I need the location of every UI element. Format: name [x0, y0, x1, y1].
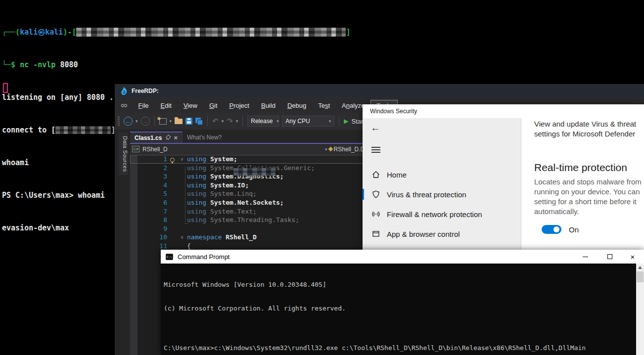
save-icon[interactable]	[185, 118, 192, 125]
prompt-frame: ┌──(	[2, 27, 20, 38]
freerdp-titlebar[interactable]: FreeRDP:	[115, 84, 644, 98]
screen: ┌──(kali㉿kali)-[] └─$ nc -nvlp 8080 list…	[0, 0, 644, 355]
app-window-icon	[371, 229, 380, 238]
command-prompt-titlebar[interactable]: C:\ Command Prompt ×	[161, 250, 644, 264]
realtime-protection-toggle[interactable]	[542, 225, 561, 234]
sidebar-item-home[interactable]: Home	[363, 165, 521, 184]
chevron-down-icon: ▾	[329, 119, 331, 124]
command-prompt-title: Command Prompt	[178, 253, 230, 261]
windows-security-titlebar[interactable]: Windows Security	[363, 104, 644, 118]
toggle-state-label: On	[569, 225, 579, 234]
undo-icon[interactable]: ↶	[212, 117, 219, 126]
lightbulb-icon[interactable]	[170, 158, 175, 162]
redo-caret-icon[interactable]: ▾	[236, 119, 238, 124]
redacted-host	[233, 168, 276, 176]
sidebar-item-virus-threat-protection[interactable]: Virus & threat protection	[363, 184, 521, 204]
start-debug-icon[interactable]: ▶	[344, 118, 348, 125]
scroll-up-icon[interactable]	[638, 266, 642, 269]
new-project-caret-icon[interactable]: ▾	[170, 119, 172, 124]
configuration-dropdown[interactable]: Release▾	[247, 116, 279, 127]
csharp-project-icon: C#	[132, 146, 139, 152]
platform-dropdown[interactable]: Any CPU▾	[282, 116, 334, 127]
redo-icon[interactable]: ↷	[227, 117, 233, 126]
scrollbar[interactable]	[636, 264, 644, 355]
scrollbar-thumb[interactable]	[637, 271, 644, 282]
menu-file[interactable]: File	[133, 100, 155, 111]
kali-command-line: └─$ nc -nvlp 8080	[2, 59, 351, 70]
new-project-icon[interactable]: ✱	[159, 118, 167, 125]
pin-icon[interactable]	[164, 134, 172, 141]
menu-git[interactable]: Git	[203, 100, 224, 111]
breadcrumb-type[interactable]: RShell_D.D	[334, 146, 365, 153]
console-line: C:\Users\max>c:\Windows\System32\rundll3…	[164, 344, 644, 352]
menu-test[interactable]: Test	[312, 100, 336, 111]
maximize-button[interactable]	[601, 250, 618, 264]
back-arrow-icon[interactable]: ←	[370, 122, 380, 133]
data-sources-tool-tab[interactable]: Data Sources	[119, 133, 128, 175]
navigate-forward-icon[interactable]: →	[141, 117, 150, 126]
breadcrumb-project[interactable]: RShell_D	[142, 146, 168, 153]
menu-edit[interactable]: Edit	[155, 100, 178, 111]
cmd-icon: C:\	[166, 254, 173, 260]
menu-view[interactable]: View	[178, 100, 203, 111]
console-line: (c) Microsoft Corporation. All rights re…	[164, 305, 644, 312]
fold-arrow-icon[interactable]: ∨	[177, 155, 187, 164]
kali-prompt-line1: ┌──(kali㉿kali)-[]	[2, 27, 351, 38]
toolbar-separator	[207, 116, 208, 126]
toolbar-separator	[154, 116, 155, 126]
redacted-path	[76, 28, 346, 37]
tab-whats-new[interactable]: What's New?	[182, 132, 226, 143]
close-icon[interactable]: ×	[174, 134, 178, 141]
kali-user: kali㉿kali	[20, 27, 63, 38]
menu-project[interactable]: Project	[224, 100, 255, 111]
back-dropdown-caret-icon[interactable]: ▾	[136, 119, 138, 124]
windows-security-title: Windows Security	[370, 108, 417, 115]
minimize-button[interactable]	[577, 250, 594, 264]
vs-left-margin: Data Sources	[115, 130, 130, 355]
console-line: Microsoft Windows [Version 10.0.20348.40…	[164, 281, 644, 289]
toolbar-separator	[339, 116, 339, 126]
redacted-ip-local	[55, 126, 111, 134]
toolbar-separator	[242, 116, 243, 126]
undo-caret-icon[interactable]: ▾	[222, 119, 224, 124]
menu-build[interactable]: Build	[255, 100, 281, 111]
class-icon	[328, 147, 333, 152]
freerdp-icon	[121, 87, 128, 95]
terminal-cursor	[3, 83, 8, 93]
shield-icon	[371, 190, 380, 199]
fold-arrow-icon[interactable]: ∨	[177, 233, 187, 242]
nc-command: nc -nvlp	[20, 59, 55, 70]
command-prompt-window: C:\ Command Prompt × Microsoft Windows […	[161, 250, 644, 355]
command-prompt-console[interactable]: Microsoft Windows [Version 10.0.20348.40…	[161, 264, 644, 355]
breadcrumb-caret-icon[interactable]: ▾	[325, 147, 327, 152]
open-file-icon[interactable]	[175, 119, 183, 124]
home-icon	[371, 170, 380, 179]
toolbar-drag-handle[interactable]	[118, 117, 120, 126]
freerdp-title: FreeRDP:	[132, 88, 159, 94]
network-signal-icon	[371, 210, 380, 219]
realtime-protection-heading: Real-time protection	[534, 162, 644, 174]
visual-studio-logo-icon: ∞	[115, 100, 133, 111]
virus-threat-intro: View and update Virus & threat settings …	[534, 119, 644, 139]
realtime-protection-description: Locates and stops malware from running o…	[534, 177, 644, 217]
save-all-icon[interactable]	[195, 118, 203, 125]
sidebar-item-firewall-network-protection[interactable]: Firewall & network protection	[363, 204, 521, 224]
navigate-back-icon[interactable]: ←	[124, 117, 133, 126]
hamburger-menu-icon[interactable]	[371, 147, 380, 148]
sidebar-item-app-browser-control[interactable]: App & browser control	[363, 224, 521, 244]
chevron-down-icon: ▾	[276, 119, 279, 124]
menu-debug[interactable]: Debug	[281, 100, 312, 111]
close-button[interactable]: ×	[624, 250, 641, 264]
tab-class1-cs[interactable]: Class1.cs ×	[130, 132, 182, 143]
